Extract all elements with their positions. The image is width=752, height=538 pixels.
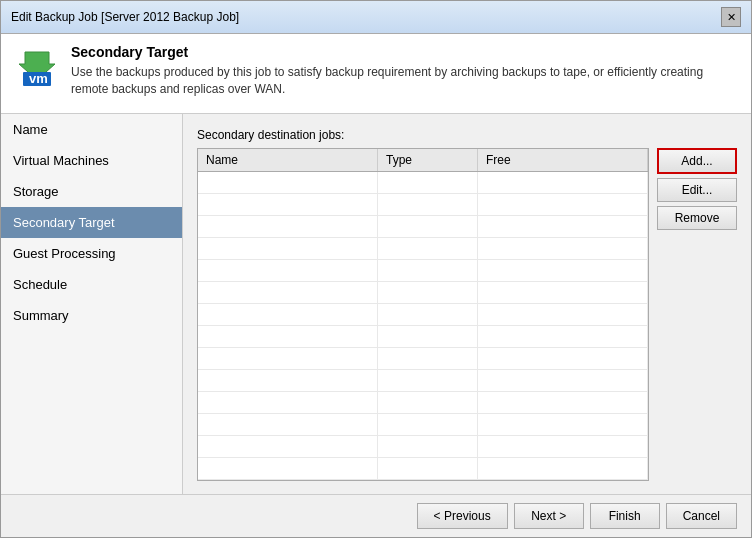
window-title: Edit Backup Job [Server 2012 Backup Job] xyxy=(11,10,239,24)
svg-text:vm: vm xyxy=(29,71,48,86)
table-row xyxy=(198,370,648,392)
table-body xyxy=(198,172,648,480)
sidebar-item-secondary-target[interactable]: Secondary Target xyxy=(1,207,182,238)
table-row xyxy=(198,216,648,238)
next-button[interactable]: Next > xyxy=(514,503,584,529)
table-row xyxy=(198,458,648,480)
veeam-svg-icon: vm xyxy=(15,44,59,88)
table-row xyxy=(198,326,648,348)
table-row xyxy=(198,172,648,194)
jobs-table: Name Type Free xyxy=(197,148,649,481)
remove-button[interactable]: Remove xyxy=(657,206,737,230)
main-window: Edit Backup Job [Server 2012 Backup Job]… xyxy=(0,0,752,538)
header-text: Secondary Target Use the backups produce… xyxy=(71,44,737,98)
table-row xyxy=(198,194,648,216)
table-action-area: Name Type Free xyxy=(197,148,737,481)
col-free: Free xyxy=(478,149,648,171)
close-button[interactable]: ✕ xyxy=(721,7,741,27)
sidebar-item-schedule[interactable]: Schedule xyxy=(1,269,182,300)
sidebar-item-summary[interactable]: Summary xyxy=(1,300,182,331)
header-description: Use the backups produced by this job to … xyxy=(71,64,737,98)
section-label: Secondary destination jobs: xyxy=(197,128,737,142)
sidebar-item-guest-processing[interactable]: Guest Processing xyxy=(1,238,182,269)
table-row xyxy=(198,238,648,260)
finish-button[interactable]: Finish xyxy=(590,503,660,529)
cancel-button[interactable]: Cancel xyxy=(666,503,737,529)
add-button[interactable]: Add... xyxy=(657,148,737,174)
action-buttons: Add... Edit... Remove xyxy=(657,148,737,481)
footer: < Previous Next > Finish Cancel xyxy=(1,494,751,537)
col-type: Type xyxy=(378,149,478,171)
table-header: Name Type Free xyxy=(198,149,648,172)
table-row xyxy=(198,436,648,458)
sidebar-item-storage[interactable]: Storage xyxy=(1,176,182,207)
title-bar: Edit Backup Job [Server 2012 Backup Job]… xyxy=(1,1,751,34)
col-name: Name xyxy=(198,149,378,171)
sidebar: Name Virtual Machines Storage Secondary … xyxy=(1,114,183,494)
header-icon: vm xyxy=(15,44,59,88)
sidebar-item-name[interactable]: Name xyxy=(1,114,182,145)
content-area: Secondary destination jobs: Name Type Fr… xyxy=(183,114,751,494)
table-row xyxy=(198,414,648,436)
table-row xyxy=(198,260,648,282)
table-row xyxy=(198,304,648,326)
table-row xyxy=(198,392,648,414)
header-section: vm Secondary Target Use the backups prod… xyxy=(1,34,751,114)
table-row xyxy=(198,348,648,370)
edit-button[interactable]: Edit... xyxy=(657,178,737,202)
sidebar-item-virtual-machines[interactable]: Virtual Machines xyxy=(1,145,182,176)
previous-button[interactable]: < Previous xyxy=(417,503,508,529)
main-content: Name Virtual Machines Storage Secondary … xyxy=(1,114,751,494)
table-row xyxy=(198,282,648,304)
header-title: Secondary Target xyxy=(71,44,737,60)
